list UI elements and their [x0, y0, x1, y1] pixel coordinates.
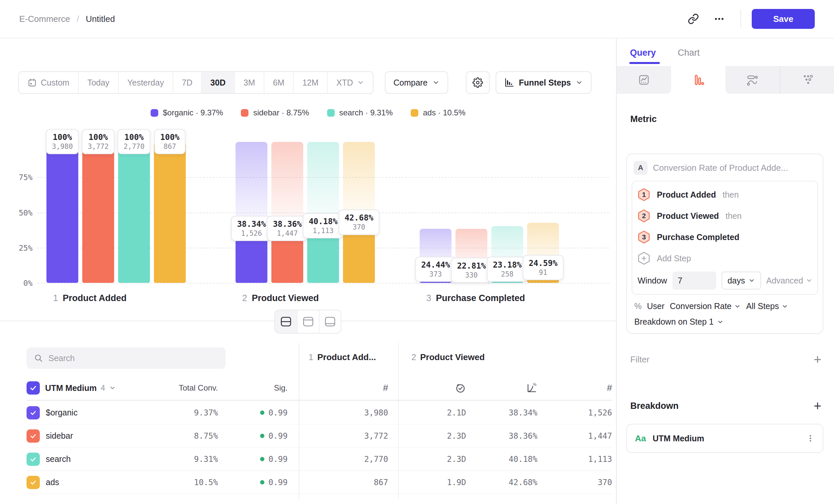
breakdown-item-card[interactable]: Aa UTM Medium — [626, 424, 824, 453]
link-icon — [688, 13, 699, 25]
range-yesterday[interactable]: Yesterday — [118, 72, 173, 93]
chevron-down-icon — [432, 79, 440, 86]
table-row-sidebar[interactable]: sidebar8.75%0.993,7722.3D38.36%1,447 — [26, 425, 612, 448]
metric-card: A Conversion Rate of Product Adde... 1Pr… — [626, 154, 824, 334]
row-checkbox[interactable] — [26, 476, 40, 489]
measure-scope-select[interactable]: All Steps — [746, 301, 788, 311]
breakdown-on-step-label: Breakdown on Step 1 — [634, 317, 714, 327]
more-options-button[interactable] — [709, 8, 730, 29]
legend-swatch — [241, 109, 248, 117]
range-6m[interactable]: 6M — [264, 72, 293, 93]
legend-item-organic[interactable]: $organic · 9.37% — [151, 108, 223, 117]
advanced-toggle[interactable]: Advanced — [766, 276, 813, 285]
sig-dot-icon — [260, 411, 264, 415]
bar-organic-step1[interactable]: 100%3,980 — [46, 142, 78, 283]
bar-ads-step2[interactable]: 42.68%370 — [343, 142, 375, 283]
select-all-checkbox[interactable] — [26, 381, 40, 395]
measure-user-label[interactable]: User — [647, 301, 664, 311]
window-value-input[interactable] — [673, 272, 716, 290]
count-column-icon[interactable]: # — [383, 383, 388, 393]
tab-flows-chart[interactable] — [726, 66, 780, 94]
breakdown-column-header[interactable]: UTM Medium 4 — [45, 383, 161, 393]
bar-ads-step3[interactable]: 24.59%91 — [527, 142, 559, 283]
bar-value-label: 23.18%258 — [487, 257, 528, 282]
step-then-label: then — [723, 190, 739, 200]
legend-swatch — [151, 109, 158, 117]
step-number: 2 — [411, 352, 416, 362]
add-filter-button[interactable]: + — [814, 353, 821, 366]
range-custom[interactable]: Custom — [19, 72, 78, 93]
legend-item-search[interactable]: search · 9.31% — [327, 108, 393, 117]
bar-search-step3[interactable]: 23.18%258 — [491, 142, 523, 283]
share-link-button[interactable] — [683, 8, 704, 29]
legend-item-ads[interactable]: ads · 10.5% — [411, 108, 465, 117]
bar-organic-step3[interactable]: 24.44%373 — [420, 142, 452, 283]
range-30d[interactable]: 30D — [201, 72, 234, 93]
metric-title: Conversion Rate of Product Adde... — [653, 163, 788, 173]
metric-header[interactable]: A Conversion Rate of Product Adde... — [632, 160, 818, 181]
bar-organic-step2[interactable]: 38.34%1,526 — [236, 142, 267, 283]
breakdown-on-step-select[interactable]: Breakdown on Step 1 — [632, 312, 818, 329]
conversion-column-icon[interactable]: % — [466, 382, 537, 394]
total-conv-header[interactable]: Total Conv. — [161, 383, 218, 393]
query-step-3[interactable]: 3Purchase Completed — [638, 227, 812, 248]
save-button[interactable]: Save — [752, 9, 815, 29]
range-7d[interactable]: 7D — [173, 72, 201, 93]
table-row-ads[interactable]: ads10.5%0.998671.9D42.68%370 — [26, 471, 612, 494]
y-axis-tick: 25% — [9, 244, 32, 252]
sig-header[interactable]: Sig. — [218, 383, 288, 393]
percent-icon: % — [634, 301, 642, 311]
metric-section-label: Metric — [630, 114, 657, 124]
avg-time-column-icon[interactable] — [388, 382, 466, 394]
bar-ads-step1[interactable]: 100%867 — [154, 142, 186, 283]
bar-sidebar-step2[interactable]: 38.36%1,447 — [271, 142, 303, 283]
query-step-1[interactable]: 1Product Addedthen — [638, 184, 812, 205]
breadcrumb-project[interactable]: E-Commerce — [19, 14, 70, 24]
tab-query[interactable]: Query — [630, 48, 656, 64]
tab-grid-chart[interactable] — [780, 66, 834, 94]
breadcrumb-title[interactable]: Untitled — [86, 14, 115, 24]
avg-time-value: 2.3D — [388, 431, 466, 441]
dots-grid-icon — [800, 73, 815, 87]
layout-panel-bottom-button[interactable] — [319, 311, 341, 333]
layout-split-horizontal-button[interactable] — [275, 311, 297, 333]
bar-sidebar-step3[interactable]: 22.81%330 — [456, 142, 487, 283]
window-unit-select[interactable]: days — [722, 272, 761, 290]
tab-funnel-chart[interactable] — [671, 66, 726, 94]
table-search — [26, 347, 225, 369]
chart-legend: $organic · 9.37%sidebar · 8.75%search · … — [0, 108, 616, 117]
kebab-menu-icon[interactable] — [806, 434, 815, 443]
row-checkbox[interactable] — [26, 453, 40, 466]
table-row-organic[interactable]: $organic9.37%0.993,9802.1D38.34%1,526 — [26, 401, 612, 425]
range-3m[interactable]: 3M — [234, 72, 264, 93]
bar-search-step1[interactable]: 100%2,770 — [118, 142, 150, 283]
range-xtd[interactable]: XTD — [327, 72, 373, 93]
table-step2-header: 2 Product Viewed — [411, 352, 485, 362]
measure-metric-select[interactable]: Conversion Rate — [670, 301, 741, 311]
x-axis-step-label-1: 1Product Added — [53, 293, 127, 303]
compare-button[interactable]: Compare — [385, 71, 448, 94]
tab-metrics-chart[interactable] — [617, 66, 671, 94]
add-step-button[interactable]: Add Step — [638, 248, 812, 269]
legend-item-sidebar[interactable]: sidebar · 8.75% — [241, 108, 309, 117]
count-column-icon[interactable]: # — [607, 383, 612, 393]
search-input[interactable] — [48, 353, 218, 363]
gridline-0% — [37, 283, 609, 283]
layout-panel-top-button[interactable] — [297, 311, 319, 333]
tab-chart[interactable]: Chart — [678, 48, 700, 64]
step2-count: 370 — [537, 478, 612, 487]
row-checkbox[interactable] — [26, 429, 40, 443]
bar-sidebar-step1[interactable]: 100%3,772 — [82, 142, 114, 283]
range-today[interactable]: Today — [78, 72, 118, 93]
row-checkbox[interactable] — [26, 406, 40, 419]
chart-type-button[interactable]: Funnel Steps — [496, 71, 592, 94]
query-step-2[interactable]: 2Product Viewedthen — [638, 205, 812, 227]
table-row-search[interactable]: search9.31%0.992,7702.3D40.18%1,113 — [26, 448, 612, 471]
bar-search-step2[interactable]: 40.18%1,113 — [307, 142, 339, 283]
breadcrumb-separator: / — [76, 14, 79, 24]
sig-dot-icon — [260, 480, 264, 484]
range-12m[interactable]: 12M — [293, 72, 327, 93]
add-breakdown-button[interactable]: + — [814, 399, 821, 412]
chart-settings-button[interactable] — [466, 71, 490, 94]
step-event-name: Product Added — [657, 190, 716, 200]
